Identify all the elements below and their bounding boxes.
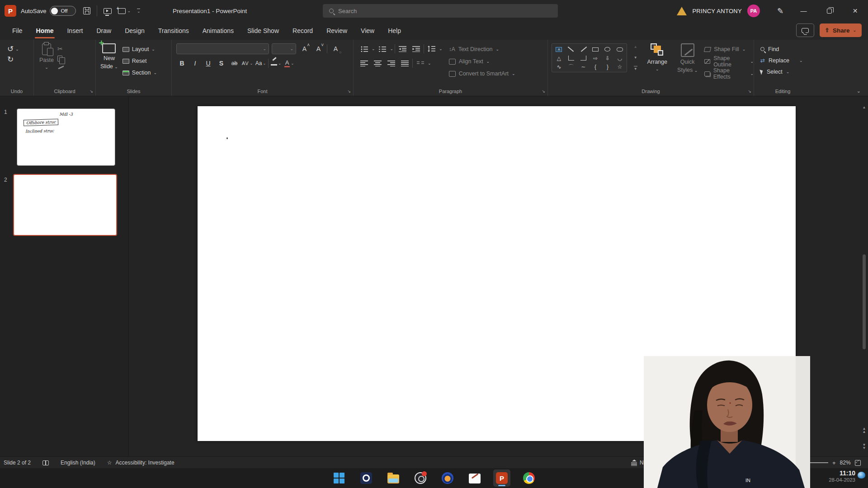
tab-view[interactable]: View	[354, 22, 381, 40]
next-slide-button[interactable]: ▼▼	[861, 443, 867, 450]
zoom-in-button[interactable]: +	[832, 460, 836, 466]
copy-button[interactable]	[57, 56, 62, 61]
convert-to-smartart-button[interactable]: Convert to SmartArt⌄	[449, 69, 515, 79]
chrome-button[interactable]	[520, 469, 538, 487]
restore-button[interactable]	[816, 0, 842, 22]
chevron-down-icon[interactable]: ⌄	[390, 47, 394, 51]
new-slide-button[interactable]: New Slide ⌄	[100, 43, 118, 96]
tab-review[interactable]: Review	[320, 22, 354, 40]
customize-qat-button[interactable]: ⌄	[137, 9, 141, 13]
tray-notification-icon[interactable]	[858, 472, 865, 479]
shape-outline-button[interactable]: Shape Outline⌄	[704, 56, 754, 66]
format-painter-button[interactable]	[57, 63, 64, 69]
right-brace-shape-icon[interactable]: }	[607, 64, 609, 70]
line-shape-icon[interactable]	[568, 47, 574, 52]
fit-slide-to-window-button[interactable]	[855, 460, 861, 466]
accessibility-status[interactable]: ☆Accessibility: Investigate	[107, 460, 175, 466]
oval-shape-icon[interactable]	[604, 47, 610, 52]
gallery-up-icon[interactable]: ▲	[634, 45, 637, 49]
triangle-shape-icon[interactable]: △	[557, 56, 561, 61]
shrink-font-button[interactable]: A	[313, 43, 324, 54]
grow-font-button[interactable]: A	[299, 43, 310, 54]
chevron-down-icon[interactable]: ⌄	[439, 47, 443, 51]
undo-button[interactable]: ↺⌄	[7, 44, 33, 54]
slide-indicator[interactable]: Slide 2 of 2	[4, 460, 31, 466]
search-input[interactable]: Search	[323, 4, 558, 18]
align-left-button[interactable]	[358, 58, 370, 69]
slide-thumbnail-panel[interactable]: 1 Mdl -3 Offshore struc Inclined struc 2	[0, 96, 129, 456]
text-shadow-button[interactable]: S	[216, 58, 227, 69]
align-center-button[interactable]	[372, 58, 384, 69]
replace-button[interactable]: ⇄Replace⌄	[760, 55, 811, 66]
slide-2-thumbnail[interactable]	[13, 174, 117, 236]
vertical-scrollbar[interactable]: ▲ ▲▲ ▼▼	[861, 105, 867, 453]
italic-button[interactable]: I	[189, 58, 201, 69]
chevron-down-icon[interactable]: ⌄	[428, 61, 431, 66]
previous-slide-button[interactable]: ▲▲	[861, 427, 867, 433]
dialog-launcher-icon[interactable]: ↘	[748, 89, 751, 94]
tab-slide-show[interactable]: Slide Show	[241, 22, 286, 40]
warning-icon[interactable]	[677, 7, 687, 15]
rectangle-shape-icon[interactable]	[592, 47, 599, 52]
layout-button[interactable]: Layout⌄	[123, 44, 157, 54]
collapse-ribbon-icon[interactable]: ⌄	[857, 88, 861, 94]
avatar[interactable]: PA	[747, 5, 760, 17]
obs-studio-button[interactable]	[412, 469, 429, 487]
character-spacing-button[interactable]: AV⌄	[242, 58, 253, 69]
share-button[interactable]: ⇧ Share ⌄	[820, 23, 862, 37]
language-indicator[interactable]: English (India)	[61, 460, 95, 466]
tab-record[interactable]: Record	[286, 22, 320, 40]
curve-shape-icon[interactable]: ∼	[581, 64, 585, 70]
text-highlight-button[interactable]: ⌄	[270, 58, 282, 69]
autosave-control[interactable]: AutoSave Off	[21, 6, 76, 16]
camera-app-button[interactable]	[358, 469, 375, 487]
tab-draw[interactable]: Draw	[90, 22, 118, 40]
tab-file[interactable]: File	[5, 22, 29, 40]
minimize-button[interactable]: —	[791, 0, 816, 22]
qat-new-slide-button[interactable]: ⌄	[118, 8, 131, 14]
file-explorer-button[interactable]	[385, 469, 402, 487]
font-color-button[interactable]: A⌄	[283, 58, 295, 69]
start-from-beginning-button[interactable]	[104, 8, 112, 14]
font-name-combobox[interactable]: ⌄	[176, 43, 269, 54]
strikethrough-button[interactable]: ab	[229, 58, 240, 69]
right-arrow-shape-icon[interactable]: ⇨	[593, 56, 598, 61]
keyboard-language-indicator[interactable]: IN	[745, 478, 750, 483]
arc-shape-icon[interactable]: ⌒	[568, 64, 574, 70]
scroll-up-icon[interactable]: ▲	[861, 105, 867, 109]
tab-design[interactable]: Design	[118, 22, 151, 40]
zoom-level[interactable]: 82%	[840, 460, 851, 466]
font-size-combobox[interactable]: ⌄	[272, 43, 296, 54]
underline-button[interactable]: U	[203, 58, 214, 69]
align-text-button[interactable]: Align Text⌄	[449, 56, 515, 66]
cut-button[interactable]: ✂	[57, 45, 64, 52]
reset-button[interactable]: Reset	[123, 56, 157, 66]
arrow-shape-icon[interactable]	[580, 47, 586, 52]
scrollbar-thumb[interactable]	[863, 254, 866, 349]
increase-indent-button[interactable]	[410, 43, 422, 54]
numbering-button[interactable]	[377, 43, 389, 54]
blob-shape-icon[interactable]: ◡	[618, 56, 622, 61]
redo-button[interactable]: ↻	[7, 55, 33, 64]
tab-animations[interactable]: Animations	[196, 22, 241, 40]
section-button[interactable]: Section⌄	[123, 68, 157, 78]
system-clock[interactable]: 11:10 28-04-2023	[829, 469, 855, 483]
scribble-shape-icon[interactable]: ∿	[557, 64, 561, 70]
tab-help[interactable]: Help	[381, 22, 408, 40]
text-box-shape-icon[interactable]: A	[556, 47, 562, 52]
autosave-toggle[interactable]: Off	[50, 6, 76, 16]
clear-formatting-button[interactable]: A	[330, 43, 341, 54]
change-case-button[interactable]: Aa⌄	[255, 58, 266, 69]
paste-button[interactable]: Paste ⌄	[39, 43, 54, 96]
bold-button[interactable]: B	[176, 58, 188, 69]
dialog-launcher-icon[interactable]: ↘	[347, 89, 351, 94]
quick-styles-button[interactable]: Quick Styles ⌄	[675, 43, 700, 96]
elbow-arrow-connector-icon[interactable]	[580, 56, 586, 61]
shape-fill-button[interactable]: Shape Fill⌄	[704, 44, 754, 54]
start-button[interactable]	[330, 469, 348, 487]
dialog-launcher-icon[interactable]: ↘	[90, 89, 93, 94]
powerpoint-logo-icon[interactable]: P	[5, 5, 16, 17]
elbow-connector-icon[interactable]	[568, 56, 574, 61]
shape-effects-button[interactable]: Shape Effects⌄	[704, 69, 754, 79]
inking-pen-icon[interactable]: ✎	[770, 0, 791, 22]
